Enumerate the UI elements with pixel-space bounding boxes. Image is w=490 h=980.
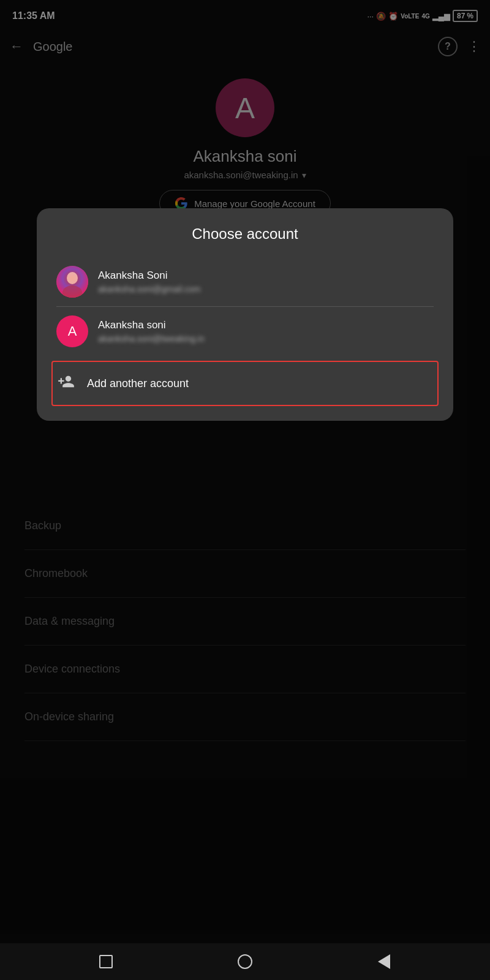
triangle-icon xyxy=(378,954,390,969)
account-avatar-letter: A xyxy=(56,315,88,347)
account-item-0[interactable]: Akanksha Soni akanksha.soni@gmail.com xyxy=(51,257,439,306)
add-account-button[interactable]: Add another account xyxy=(51,361,439,406)
account-info-0: Akanksha Soni akanksha.soni@gmail.com xyxy=(98,270,201,294)
add-account-label: Add another account xyxy=(87,377,189,390)
dialog-title: Choose account xyxy=(51,225,439,243)
account-avatar-photo xyxy=(56,266,88,298)
add-person-icon xyxy=(58,373,75,394)
choose-account-dialog: Choose account xyxy=(37,208,453,421)
svg-point-1 xyxy=(67,272,78,284)
back-nav-button[interactable] xyxy=(375,953,393,970)
dialog-overlay: Choose account xyxy=(0,0,490,980)
account-email-1: akanksha.soni@tweaking.in xyxy=(98,334,205,344)
person-photo-icon xyxy=(56,266,88,298)
account-item-1[interactable]: A Akanksha soni akanksha.soni@tweaking.i… xyxy=(51,307,439,356)
account-name-1: Akanksha soni xyxy=(98,319,205,331)
bottom-navigation xyxy=(0,943,490,980)
circle-icon xyxy=(238,954,252,969)
account-email-0: akanksha.soni@gmail.com xyxy=(98,284,201,294)
home-button[interactable] xyxy=(236,953,254,970)
account-info-1: Akanksha soni akanksha.soni@tweaking.in xyxy=(98,319,205,344)
square-icon xyxy=(99,955,113,968)
account-name-0: Akanksha Soni xyxy=(98,270,201,282)
recent-apps-button[interactable] xyxy=(97,953,115,970)
